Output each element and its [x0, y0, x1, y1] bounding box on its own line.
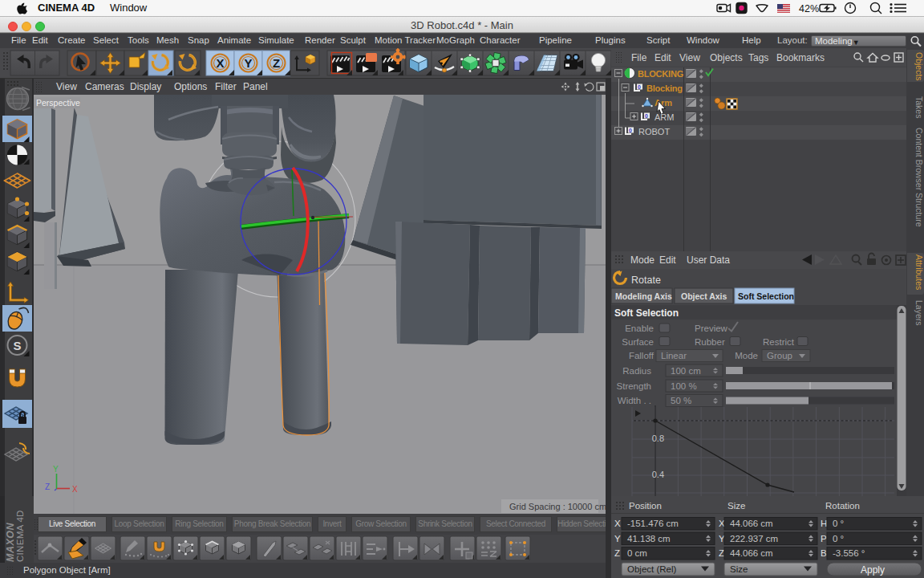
svg-text:222.937 cm: 222.937 cm — [730, 534, 778, 543]
svg-text:Blocking: Blocking — [646, 83, 683, 93]
svg-text:Z: Z — [614, 548, 620, 558]
svg-text:Restrict: Restrict — [763, 337, 795, 347]
svg-text:ARM: ARM — [654, 112, 674, 122]
svg-text:100 cm: 100 cm — [671, 366, 701, 376]
svg-text:42%: 42% — [799, 3, 819, 14]
svg-text:B: B — [821, 548, 827, 558]
svg-text:Y: Y — [53, 465, 59, 474]
svg-text:-151.476 cm: -151.476 cm — [627, 519, 679, 528]
svg-text:Mode: Mode — [735, 351, 758, 360]
svg-text:44.066 cm: 44.066 cm — [730, 519, 773, 528]
svg-text:X: X — [614, 519, 621, 528]
svg-text:Y: Y — [614, 534, 621, 543]
svg-text:Z: Z — [273, 56, 280, 70]
svg-text:Object Axis: Object Axis — [681, 291, 727, 301]
svg-text:ROBOT: ROBOT — [638, 127, 670, 136]
svg-text:100 %: 100 % — [671, 381, 697, 391]
svg-text:Modeling Axis: Modeling Axis — [615, 291, 672, 301]
svg-text:0: 0 — [645, 113, 648, 119]
svg-text:Falloff: Falloff — [629, 351, 654, 360]
svg-text:Group: Group — [767, 351, 792, 360]
svg-text:Perspective: Perspective — [36, 98, 80, 108]
svg-text:BLOCKING: BLOCKING — [638, 69, 683, 79]
svg-text:P: P — [821, 534, 827, 543]
svg-text:0 °: 0 ° — [833, 519, 844, 528]
svg-text:0 cm: 0 cm — [627, 548, 647, 558]
svg-text:Apply: Apply — [861, 564, 885, 576]
svg-text:User Data: User Data — [687, 254, 730, 266]
svg-text:-3.556 °: -3.556 ° — [833, 548, 865, 558]
svg-text:Enable: Enable — [625, 324, 654, 333]
svg-text:Rotation: Rotation — [825, 501, 860, 511]
svg-text:0.8: 0.8 — [652, 434, 664, 443]
svg-text:Size: Size — [727, 501, 745, 511]
svg-text:0: 0 — [638, 84, 641, 90]
svg-text:Grid Spacing : 10000 cm: Grid Spacing : 10000 cm — [509, 502, 606, 511]
svg-text:Arm: Arm — [654, 98, 672, 108]
svg-text:Object (Rel): Object (Rel) — [627, 564, 677, 574]
svg-text:S: S — [13, 339, 21, 352]
svg-text:0.4: 0.4 — [652, 470, 664, 479]
svg-text:Preview: Preview — [695, 324, 728, 333]
svg-text:H: H — [821, 519, 827, 528]
svg-text:Y: Y — [244, 56, 252, 70]
svg-text:41.138 cm: 41.138 cm — [627, 534, 671, 543]
svg-text:Edit: Edit — [659, 254, 676, 266]
svg-text:Size: Size — [730, 564, 748, 574]
svg-text:Position: Position — [629, 501, 662, 511]
svg-text:Soft Selection: Soft Selection — [614, 307, 679, 319]
svg-text:Linear: Linear — [661, 351, 687, 360]
svg-text:X: X — [72, 485, 78, 494]
svg-text:50 %: 50 % — [671, 396, 691, 405]
svg-text:Rubber: Rubber — [695, 337, 725, 347]
svg-text:44.066 cm: 44.066 cm — [730, 548, 773, 558]
svg-text:Radius: Radius — [622, 366, 651, 376]
svg-text:Z: Z — [719, 548, 724, 558]
svg-text:Mode: Mode — [630, 254, 654, 266]
svg-text:Strength: Strength — [617, 381, 651, 391]
svg-text:0 °: 0 ° — [833, 534, 844, 543]
svg-text:Width . .: Width . . — [618, 396, 651, 405]
svg-text:X: X — [216, 56, 224, 70]
svg-text:Z: Z — [45, 482, 50, 491]
svg-text:Surface: Surface — [622, 337, 654, 347]
svg-text:Rotate: Rotate — [631, 275, 661, 286]
svg-text:Soft Selection: Soft Selection — [738, 291, 794, 301]
svg-text:0: 0 — [629, 128, 632, 133]
